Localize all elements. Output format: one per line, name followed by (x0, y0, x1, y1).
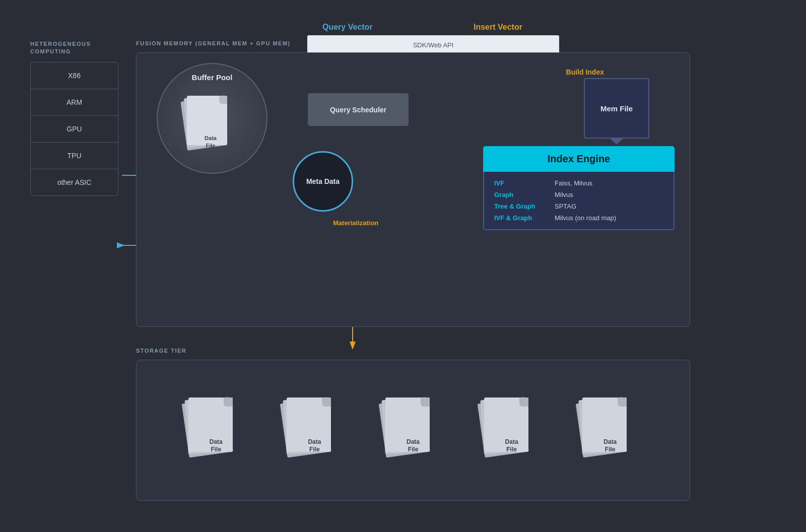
storage-df-5: DataFile (582, 397, 638, 463)
query-scheduler: Query Scheduler (308, 93, 409, 126)
storage-section: STORAGE TIER DataFile DataFile DataFile (136, 348, 690, 501)
index-row-ivfgraph: IVF & Graph Milvus (on road map) (494, 214, 663, 222)
main-container: HETEROGENEOUSCOMPUTING X86 ARM GPU TPU o… (0, 0, 806, 532)
storage-box: DataFile DataFile DataFile DataFile (136, 360, 690, 501)
storage-df-2: DataFile (287, 397, 342, 463)
index-type-ivf: IVF (494, 179, 555, 187)
buffer-pool-label: Buffer Pool (192, 73, 233, 82)
index-engine-title: Index Engine (548, 153, 610, 165)
hetero-item-tpu: TPU (31, 143, 118, 169)
hetero-item-x86: X86 (31, 62, 118, 89)
index-value-graph: Milvus (555, 191, 573, 198)
materialization-label: Materialization (333, 219, 378, 227)
index-type-graph: Graph (494, 191, 555, 198)
index-value-ivfgraph: Milvus (on road map) (555, 214, 616, 222)
index-engine-header: Index Engine (483, 146, 675, 172)
storage-df-1: DataFile (188, 397, 244, 463)
storage-df-3: DataFile (385, 397, 441, 463)
index-value-ivf: Faiss, Milvus (555, 179, 592, 187)
storage-label: STORAGE TIER (136, 348, 690, 354)
query-vector-label: Query Vector (322, 23, 373, 32)
index-row-graph: Graph Milvus (494, 191, 663, 198)
buffer-pool-circle: Buffer Pool DataFile (157, 63, 267, 174)
df-text-3: DataFile (385, 438, 441, 454)
mem-file-label: Mem File (600, 103, 633, 114)
query-scheduler-label: Query Scheduler (330, 106, 386, 114)
hetero-label: HETEROGENEOUSCOMPUTING (30, 40, 118, 56)
build-index-label: Build Index (566, 68, 604, 76)
fusion-box: Buffer Pool DataFile Query Scheduler Bui… (136, 52, 690, 327)
storage-df-4: DataFile (484, 397, 540, 463)
hetero-item-arm: ARM (31, 89, 118, 116)
meta-data-label: Meta Data (306, 177, 340, 186)
index-type-treegraph: Tree & Graph (494, 203, 555, 210)
mem-file-box: Mem File (584, 78, 649, 139)
hetero-item-asic: other ASIC (31, 169, 118, 195)
df-text-5: DataFile (582, 438, 638, 454)
index-engine: Index Engine IVF Faiss, Milvus Graph Mil… (483, 146, 675, 230)
buffer-pool: Buffer Pool DataFile (157, 63, 273, 184)
fusion-section: FUSION MEMORY (GENERAL MEM + GPU MEM) Bu… (136, 40, 690, 332)
index-engine-body: IVF Faiss, Milvus Graph Milvus Tree & Gr… (483, 172, 675, 230)
df-text-2: DataFile (287, 438, 342, 454)
index-value-treegraph: SPTAG (555, 203, 576, 210)
index-row-ivf: IVF Faiss, Milvus (494, 179, 663, 187)
hetero-item-gpu: GPU (31, 116, 118, 143)
hetero-box: X86 ARM GPU TPU other ASIC (30, 62, 118, 196)
df-text-1: DataFile (188, 438, 244, 454)
fusion-label: FUSION MEMORY (GENERAL MEM + GPU MEM) (136, 40, 690, 46)
index-type-ivfgraph: IVF & Graph (494, 214, 555, 222)
mem-file-notch (609, 138, 624, 145)
df-label: DataFile (187, 135, 234, 149)
insert-vector-label: Insert Vector (474, 23, 522, 32)
buffer-pool-datafile: DataFile (187, 96, 237, 156)
df-text-4: DataFile (484, 438, 540, 454)
index-row-treegraph: Tree & Graph SPTAG (494, 203, 663, 210)
hetero-section: HETEROGENEOUSCOMPUTING X86 ARM GPU TPU o… (30, 40, 118, 196)
meta-data-circle: Meta Data (293, 151, 353, 212)
